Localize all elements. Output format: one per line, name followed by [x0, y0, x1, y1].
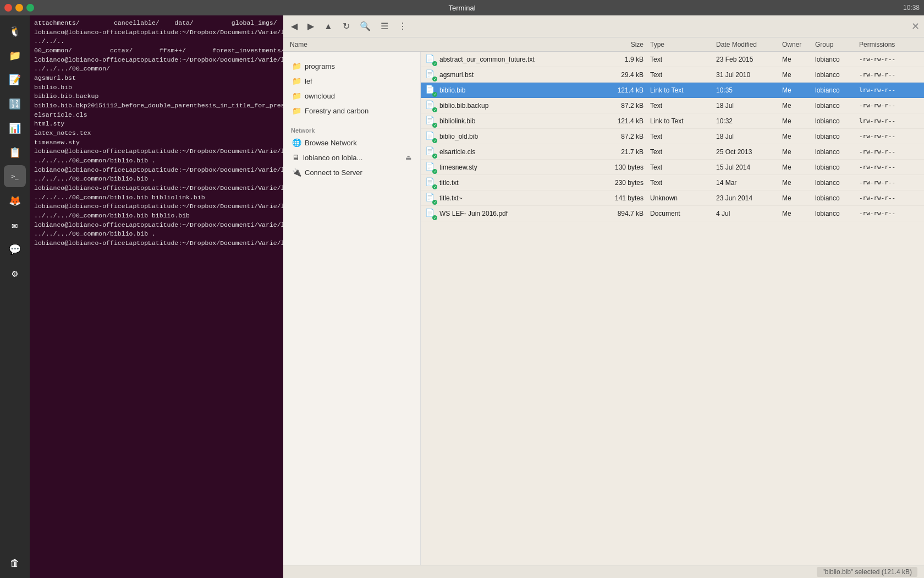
minimize-button[interactable]	[15, 4, 23, 12]
file-owner: Me	[782, 210, 815, 217]
app-icon-trash[interactable]: 🗑	[4, 552, 26, 574]
file-group: lobianco	[815, 133, 859, 140]
fm-file-list: 📄✓abstract_our_common_future.txt1.9 kBTe…	[421, 52, 924, 565]
close-button[interactable]	[4, 4, 12, 12]
file-name: timesnew.sty	[439, 163, 595, 171]
file-name: biblio_old.bib	[439, 133, 595, 140]
search-button[interactable]: 🔍	[356, 19, 374, 34]
file-permissions: -rw-rw-r--	[859, 148, 920, 155]
table-row[interactable]: 📄✓WS LEF- Juin 2016.pdf894.7 kBDocument4…	[421, 206, 924, 221]
table-row[interactable]: 📄✓biblio_old.bib87.2 kBText18 JulMelobia…	[421, 129, 924, 144]
sidebar-item-lef[interactable]: 📁lef	[285, 74, 418, 88]
table-row[interactable]: 📄✓bibliolink.bib121.4 kBLink to Text10:3…	[421, 113, 924, 129]
sidebar-item-forestry[interactable]: 📁Forestry and carbon	[285, 103, 418, 118]
sidebar-item-lobianco-server[interactable]: 🖥lobianco on lobia...⏏	[285, 150, 418, 165]
table-row[interactable]: 📄✓elsarticle.cls21.7 kBText25 Oct 2013Me…	[421, 144, 924, 160]
file-size: 87.2 kB	[595, 102, 650, 110]
refresh-button[interactable]: ↻	[339, 19, 353, 34]
file-size: 230 bytes	[595, 179, 650, 187]
app-icon-terminal[interactable]: >_	[4, 165, 26, 187]
table-row[interactable]: 📄✓biblio.bib121.4 kBLink to Text10:35Mel…	[421, 83, 924, 98]
file-permissions: -rw-rw-r--	[859, 102, 920, 109]
app-icon-present[interactable]: 📋	[4, 141, 26, 163]
title-bar-right: 10:38	[903, 4, 920, 12]
file-icon: 📄✓	[425, 116, 436, 127]
file-permissions: -rw-rw-r--	[859, 194, 920, 201]
app-icon-system[interactable]: 🐧	[4, 20, 26, 42]
terminal-line: lobianco@lobianco-officeLaptopLatitude:~…	[34, 239, 279, 248]
sidebar-item-label: Browse Network	[305, 139, 357, 147]
app-icon-firefox[interactable]: 🦊	[4, 189, 26, 211]
col-header-permissions[interactable]: Permissions	[859, 41, 920, 48]
sidebar-item-icon: 📁	[292, 62, 301, 70]
app-icon-files[interactable]: 📁	[4, 44, 26, 66]
fm-close-button[interactable]: ✕	[911, 20, 920, 32]
app-icon-editor[interactable]: 📝	[4, 68, 26, 90]
sidebar-item-programs[interactable]: 📁programs	[285, 59, 418, 73]
terminal-pane[interactable]: attachments/ cancellable/ data/ global_i…	[30, 15, 283, 578]
maximize-button[interactable]	[26, 4, 34, 12]
file-name: title.txt~	[439, 194, 595, 202]
app-icon-mail[interactable]: ✉	[4, 214, 26, 236]
up-button[interactable]: ▲	[321, 19, 336, 34]
file-owner: Me	[782, 194, 815, 202]
terminal-line: biblio.bib.backup	[34, 92, 279, 101]
app-icon-sheets[interactable]: 📊	[4, 117, 26, 139]
file-owner: Me	[782, 117, 815, 125]
col-header-size[interactable]: Size	[595, 41, 650, 48]
col-header-date[interactable]: Date Modified	[716, 41, 782, 48]
file-owner: Me	[782, 163, 815, 171]
forward-button[interactable]: ▶	[304, 19, 317, 34]
table-row[interactable]: 📄✓title.txt~141 bytesUnknown23 Jun 2014M…	[421, 190, 924, 206]
file-owner: Me	[782, 71, 815, 79]
file-group: lobianco	[815, 194, 859, 202]
table-row[interactable]: 📄✓biblio.bib.backup87.2 kBText18 JulMelo…	[421, 98, 924, 113]
terminal-line: latex_notes.tex	[34, 129, 279, 138]
file-manager: ◀ ▶ ▲ ↻ 🔍 ☰ ⋮ ✕ Name Size Type Date Modi…	[283, 15, 924, 578]
menu-button[interactable]: ⋮	[395, 19, 410, 34]
file-size: 121.4 kB	[595, 117, 650, 125]
app-icon-calc[interactable]: 🔢	[4, 92, 26, 114]
col-header-name[interactable]: Name	[288, 41, 595, 48]
terminal-line: ../../..	[34, 37, 279, 46]
app-icon-chat[interactable]: 💬	[4, 238, 26, 260]
view-button[interactable]: ☰	[377, 19, 392, 34]
sidebar-item-icon: 🌐	[292, 138, 301, 147]
file-size: 141 bytes	[595, 194, 650, 202]
sidebar-item-owncloud[interactable]: 📁owncloud	[285, 89, 418, 103]
file-name: agsmurl.bst	[439, 71, 595, 79]
col-header-type[interactable]: Type	[650, 41, 716, 48]
file-size: 130 bytes	[595, 163, 650, 171]
table-row[interactable]: 📄✓agsmurl.bst29.4 kBText31 Jul 2010Melob…	[421, 67, 924, 83]
eject-button[interactable]: ⏏	[405, 154, 411, 161]
file-permissions: -rw-rw-r--	[859, 71, 920, 78]
file-icon: 📄✓	[425, 146, 436, 157]
terminal-line: ../../.../00_common/biblio.bib biblio.bi…	[34, 211, 279, 221]
col-header-owner[interactable]: Owner	[782, 41, 815, 48]
file-group: lobianco	[815, 71, 859, 79]
sidebar-item-connect-server[interactable]: 🔌Connect to Server	[285, 165, 418, 179]
fm-status-bar: "biblio.bib" selected (121.4 kB)	[283, 565, 924, 578]
sidebar-item-browse-network[interactable]: 🌐Browse Network	[285, 135, 418, 150]
col-header-group[interactable]: Group	[815, 41, 859, 48]
terminal-line: ../../.../00_common/biblio.bib .	[34, 175, 279, 184]
app-icon-settings[interactable]: ⚙	[4, 262, 26, 284]
window-controls[interactable]	[4, 4, 34, 12]
table-row[interactable]: 📄✓timesnew.sty130 bytesText15 Jul 2014Me…	[421, 160, 924, 175]
file-date: 18 Jul	[716, 102, 782, 110]
terminal-line: lobianco@lobianco-officeLaptopLatitude:~…	[34, 28, 279, 37]
app-sidebar: 🐧📁📝🔢📊📋>_🦊✉💬⚙🗑	[0, 15, 30, 578]
file-owner: Me	[782, 86, 815, 94]
terminal-line: ../../.../00_common/	[34, 64, 279, 74]
file-icon: 📄✓	[425, 131, 436, 142]
file-permissions: lrw-rw-r--	[859, 117, 920, 124]
file-size: 29.4 kB	[595, 71, 650, 79]
back-button[interactable]: ◀	[288, 19, 301, 34]
terminal-line: biblio.bib	[34, 83, 279, 92]
file-permissions: -rw-rw-r--	[859, 133, 920, 140]
table-row[interactable]: 📄✓abstract_our_common_future.txt1.9 kBTe…	[421, 52, 924, 67]
table-row[interactable]: 📄✓title.txt230 bytesText14 MarMelobianco…	[421, 175, 924, 190]
terminal-line: elsarticle.cls	[34, 111, 279, 120]
file-type: Link to Text	[650, 117, 716, 125]
fm-toolbar: ◀ ▶ ▲ ↻ 🔍 ☰ ⋮ ✕	[283, 15, 924, 37]
